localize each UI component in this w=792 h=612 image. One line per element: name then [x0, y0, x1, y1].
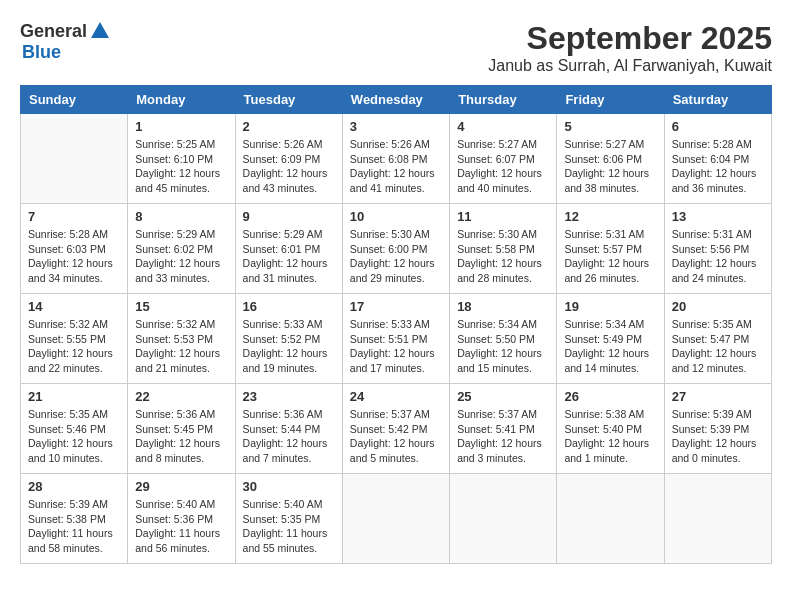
- day-info: Sunrise: 5:39 AMSunset: 5:38 PMDaylight:…: [28, 497, 120, 556]
- subtitle: Janub as Surrah, Al Farwaniyah, Kuwait: [488, 57, 772, 75]
- day-cell: 9Sunrise: 5:29 AMSunset: 6:01 PMDaylight…: [235, 204, 342, 294]
- day-number: 8: [135, 209, 227, 224]
- day-cell: 26Sunrise: 5:38 AMSunset: 5:40 PMDayligh…: [557, 384, 664, 474]
- day-number: 27: [672, 389, 764, 404]
- day-cell: [664, 474, 771, 564]
- header-tuesday: Tuesday: [235, 86, 342, 114]
- day-number: 15: [135, 299, 227, 314]
- day-number: 16: [243, 299, 335, 314]
- day-cell: 15Sunrise: 5:32 AMSunset: 5:53 PMDayligh…: [128, 294, 235, 384]
- day-info: Sunrise: 5:34 AMSunset: 5:50 PMDaylight:…: [457, 317, 549, 376]
- svg-marker-0: [91, 22, 109, 38]
- week-row-5: 28Sunrise: 5:39 AMSunset: 5:38 PMDayligh…: [21, 474, 772, 564]
- header-wednesday: Wednesday: [342, 86, 449, 114]
- day-cell: 3Sunrise: 5:26 AMSunset: 6:08 PMDaylight…: [342, 114, 449, 204]
- header-monday: Monday: [128, 86, 235, 114]
- day-number: 22: [135, 389, 227, 404]
- logo: General Blue: [20, 20, 111, 63]
- day-cell: [342, 474, 449, 564]
- day-number: 21: [28, 389, 120, 404]
- day-cell: 4Sunrise: 5:27 AMSunset: 6:07 PMDaylight…: [450, 114, 557, 204]
- logo-general-text: General: [20, 21, 87, 42]
- day-info: Sunrise: 5:26 AMSunset: 6:09 PMDaylight:…: [243, 137, 335, 196]
- day-cell: 7Sunrise: 5:28 AMSunset: 6:03 PMDaylight…: [21, 204, 128, 294]
- header-friday: Friday: [557, 86, 664, 114]
- day-cell: 23Sunrise: 5:36 AMSunset: 5:44 PMDayligh…: [235, 384, 342, 474]
- day-cell: 6Sunrise: 5:28 AMSunset: 6:04 PMDaylight…: [664, 114, 771, 204]
- day-info: Sunrise: 5:34 AMSunset: 5:49 PMDaylight:…: [564, 317, 656, 376]
- day-info: Sunrise: 5:30 AMSunset: 6:00 PMDaylight:…: [350, 227, 442, 286]
- day-number: 19: [564, 299, 656, 314]
- day-number: 29: [135, 479, 227, 494]
- day-number: 23: [243, 389, 335, 404]
- day-info: Sunrise: 5:38 AMSunset: 5:40 PMDaylight:…: [564, 407, 656, 466]
- day-cell: 25Sunrise: 5:37 AMSunset: 5:41 PMDayligh…: [450, 384, 557, 474]
- day-info: Sunrise: 5:37 AMSunset: 5:41 PMDaylight:…: [457, 407, 549, 466]
- day-cell: 13Sunrise: 5:31 AMSunset: 5:56 PMDayligh…: [664, 204, 771, 294]
- day-cell: 24Sunrise: 5:37 AMSunset: 5:42 PMDayligh…: [342, 384, 449, 474]
- day-cell: 18Sunrise: 5:34 AMSunset: 5:50 PMDayligh…: [450, 294, 557, 384]
- day-cell: 17Sunrise: 5:33 AMSunset: 5:51 PMDayligh…: [342, 294, 449, 384]
- day-cell: [450, 474, 557, 564]
- day-number: 25: [457, 389, 549, 404]
- month-title: September 2025: [488, 20, 772, 57]
- day-number: 14: [28, 299, 120, 314]
- day-cell: 5Sunrise: 5:27 AMSunset: 6:06 PMDaylight…: [557, 114, 664, 204]
- day-cell: 8Sunrise: 5:29 AMSunset: 6:02 PMDaylight…: [128, 204, 235, 294]
- day-number: 7: [28, 209, 120, 224]
- day-info: Sunrise: 5:40 AMSunset: 5:36 PMDaylight:…: [135, 497, 227, 556]
- day-cell: [557, 474, 664, 564]
- day-number: 26: [564, 389, 656, 404]
- day-info: Sunrise: 5:39 AMSunset: 5:39 PMDaylight:…: [672, 407, 764, 466]
- week-row-3: 14Sunrise: 5:32 AMSunset: 5:55 PMDayligh…: [21, 294, 772, 384]
- day-number: 9: [243, 209, 335, 224]
- title-section: September 2025 Janub as Surrah, Al Farwa…: [488, 20, 772, 75]
- header-thursday: Thursday: [450, 86, 557, 114]
- day-cell: 12Sunrise: 5:31 AMSunset: 5:57 PMDayligh…: [557, 204, 664, 294]
- calendar-header-row: SundayMondayTuesdayWednesdayThursdayFrid…: [21, 86, 772, 114]
- day-number: 24: [350, 389, 442, 404]
- day-number: 5: [564, 119, 656, 134]
- day-cell: [21, 114, 128, 204]
- day-number: 28: [28, 479, 120, 494]
- day-cell: 30Sunrise: 5:40 AMSunset: 5:35 PMDayligh…: [235, 474, 342, 564]
- day-info: Sunrise: 5:27 AMSunset: 6:06 PMDaylight:…: [564, 137, 656, 196]
- day-info: Sunrise: 5:30 AMSunset: 5:58 PMDaylight:…: [457, 227, 549, 286]
- day-cell: 29Sunrise: 5:40 AMSunset: 5:36 PMDayligh…: [128, 474, 235, 564]
- day-info: Sunrise: 5:32 AMSunset: 5:55 PMDaylight:…: [28, 317, 120, 376]
- day-info: Sunrise: 5:40 AMSunset: 5:35 PMDaylight:…: [243, 497, 335, 556]
- day-info: Sunrise: 5:32 AMSunset: 5:53 PMDaylight:…: [135, 317, 227, 376]
- day-number: 13: [672, 209, 764, 224]
- day-info: Sunrise: 5:35 AMSunset: 5:47 PMDaylight:…: [672, 317, 764, 376]
- week-row-2: 7Sunrise: 5:28 AMSunset: 6:03 PMDaylight…: [21, 204, 772, 294]
- day-number: 30: [243, 479, 335, 494]
- day-cell: 27Sunrise: 5:39 AMSunset: 5:39 PMDayligh…: [664, 384, 771, 474]
- day-cell: 2Sunrise: 5:26 AMSunset: 6:09 PMDaylight…: [235, 114, 342, 204]
- header-sunday: Sunday: [21, 86, 128, 114]
- day-info: Sunrise: 5:37 AMSunset: 5:42 PMDaylight:…: [350, 407, 442, 466]
- day-number: 6: [672, 119, 764, 134]
- day-number: 17: [350, 299, 442, 314]
- day-cell: 11Sunrise: 5:30 AMSunset: 5:58 PMDayligh…: [450, 204, 557, 294]
- day-number: 10: [350, 209, 442, 224]
- day-info: Sunrise: 5:31 AMSunset: 5:57 PMDaylight:…: [564, 227, 656, 286]
- day-info: Sunrise: 5:28 AMSunset: 6:04 PMDaylight:…: [672, 137, 764, 196]
- day-info: Sunrise: 5:35 AMSunset: 5:46 PMDaylight:…: [28, 407, 120, 466]
- day-cell: 10Sunrise: 5:30 AMSunset: 6:00 PMDayligh…: [342, 204, 449, 294]
- day-cell: 19Sunrise: 5:34 AMSunset: 5:49 PMDayligh…: [557, 294, 664, 384]
- logo-blue-text: Blue: [22, 42, 61, 63]
- day-info: Sunrise: 5:33 AMSunset: 5:51 PMDaylight:…: [350, 317, 442, 376]
- calendar: SundayMondayTuesdayWednesdayThursdayFrid…: [20, 85, 772, 564]
- day-info: Sunrise: 5:25 AMSunset: 6:10 PMDaylight:…: [135, 137, 227, 196]
- day-cell: 14Sunrise: 5:32 AMSunset: 5:55 PMDayligh…: [21, 294, 128, 384]
- day-info: Sunrise: 5:36 AMSunset: 5:45 PMDaylight:…: [135, 407, 227, 466]
- day-number: 11: [457, 209, 549, 224]
- day-number: 3: [350, 119, 442, 134]
- header: General Blue September 2025 Janub as Sur…: [20, 20, 772, 75]
- day-cell: 21Sunrise: 5:35 AMSunset: 5:46 PMDayligh…: [21, 384, 128, 474]
- day-info: Sunrise: 5:33 AMSunset: 5:52 PMDaylight:…: [243, 317, 335, 376]
- day-cell: 1Sunrise: 5:25 AMSunset: 6:10 PMDaylight…: [128, 114, 235, 204]
- day-cell: 22Sunrise: 5:36 AMSunset: 5:45 PMDayligh…: [128, 384, 235, 474]
- header-saturday: Saturday: [664, 86, 771, 114]
- day-number: 1: [135, 119, 227, 134]
